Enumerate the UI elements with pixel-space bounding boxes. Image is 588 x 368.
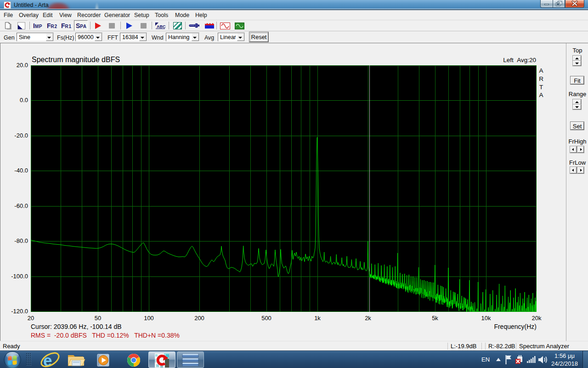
svg-text:ABC: ABC xyxy=(157,24,166,29)
